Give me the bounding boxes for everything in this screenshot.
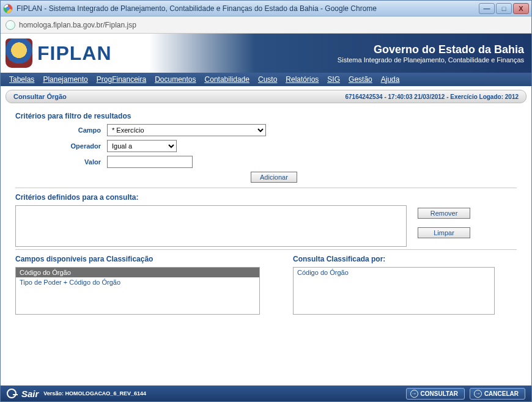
separator — [15, 188, 517, 188]
page-title: Consultar Órgão — [13, 93, 67, 100]
menu-custo[interactable]: Custo — [258, 75, 277, 84]
window-close-button[interactable]: X — [513, 3, 529, 14]
logo-block: FIPLAN — [6, 38, 112, 68]
available-title: Campos disponíveis para Classificação — [15, 255, 260, 263]
session-meta: 67164242534 - 17:40:03 21/03/2012 - Exer… — [345, 93, 519, 100]
app-footer: Sair Versão: HOMOLOGACAO_6_REV_6144 → CO… — [1, 386, 531, 401]
exit-icon[interactable] — [7, 389, 17, 398]
fiplan-logo: FIPLAN — [37, 42, 112, 65]
criteria-textarea[interactable] — [15, 205, 407, 247]
menu-gestao[interactable]: Gestão — [349, 75, 372, 84]
menu-ajuda[interactable]: Ajuda — [381, 75, 400, 84]
separator-2 — [15, 249, 517, 250]
menu-tabelas[interactable]: Tabelas — [9, 75, 34, 84]
remover-button[interactable]: Remover — [418, 208, 470, 219]
main-menu: Tabelas Planejamento ProgFinanceira Docu… — [1, 73, 531, 86]
cancelar-button[interactable]: → CANCELAR — [470, 388, 525, 400]
criteria-title: Critérios definidos para a consulta: — [15, 193, 517, 202]
valor-input[interactable] — [107, 156, 193, 168]
menu-progfinanceira[interactable]: ProgFinanceira — [97, 75, 146, 84]
valor-label: Valor — [15, 158, 107, 166]
url-text[interactable]: homologa.fiplan.ba.gov.br/Fiplan.jsp — [19, 21, 136, 29]
browser-address-bar: homologa.fiplan.ba.gov.br/Fiplan.jsp — [1, 16, 531, 34]
consultar-label: CONSULTAR — [421, 390, 458, 397]
filter-section-title: Critérios para filtro de resultados — [15, 112, 517, 120]
version-label: Versão: HOMOLOGACAO_6_REV_6144 — [43, 390, 146, 397]
app-header: FIPLAN Governo do Estado da Bahia Sistem… — [1, 34, 531, 73]
sair-button[interactable]: Sair — [21, 389, 39, 399]
list-item[interactable]: Código do Órgão — [16, 268, 259, 277]
window-title: FIPLAN - Sistema Integrado de Planejamen… — [17, 4, 479, 13]
menu-contabilidade[interactable]: Contabilidade — [205, 75, 249, 84]
chrome-favicon — [3, 4, 13, 13]
list-item[interactable]: Tipo de Poder + Código do Órgão — [16, 277, 259, 287]
arrow-right-icon: → — [474, 390, 482, 398]
menu-planejamento[interactable]: Planejamento — [43, 75, 87, 84]
menu-documentos[interactable]: Documentos — [155, 75, 196, 84]
selected-title: Consulta Classificada por: — [293, 255, 495, 263]
menu-relatorios[interactable]: Relatórios — [286, 75, 319, 84]
adicionar-button[interactable]: Adicionar — [251, 172, 297, 183]
globe-icon — [6, 20, 15, 30]
cancelar-label: CANCELAR — [484, 390, 519, 397]
gov-title: Governo do Estado da Bahia — [338, 43, 524, 56]
list-item[interactable]: Código do Órgão — [294, 268, 494, 277]
header-right: Governo do Estado da Bahia Sistema Integ… — [338, 43, 524, 64]
menu-sig[interactable]: SIG — [327, 75, 340, 84]
page-titlebar: Consultar Órgão 67164242534 - 17:40:03 2… — [6, 90, 526, 103]
campo-select[interactable]: * Exercício — [107, 124, 266, 136]
available-fields-listbox[interactable]: Código do Órgão Tipo de Poder + Código d… — [15, 267, 260, 315]
window-controls: — □ X — [479, 3, 529, 14]
limpar-button[interactable]: Limpar — [418, 227, 470, 238]
gov-subtitle: Sistema Integrado de Planejamento, Conta… — [338, 56, 524, 64]
selected-fields-listbox[interactable]: Código do Órgão — [293, 267, 495, 315]
window-maximize-button[interactable]: □ — [496, 3, 512, 14]
state-crest-icon — [6, 38, 32, 68]
window-titlebar: FIPLAN - Sistema Integrado de Planejamen… — [1, 1, 531, 16]
window-minimize-button[interactable]: — — [479, 3, 495, 14]
campo-label: Campo — [15, 126, 107, 134]
operador-select[interactable]: Igual a — [107, 140, 177, 152]
content-panel: Critérios para filtro de resultados Camp… — [6, 103, 526, 321]
operador-label: Operador — [15, 142, 107, 150]
consultar-button[interactable]: → CONSULTAR — [406, 388, 465, 400]
arrow-right-icon: → — [410, 390, 418, 398]
